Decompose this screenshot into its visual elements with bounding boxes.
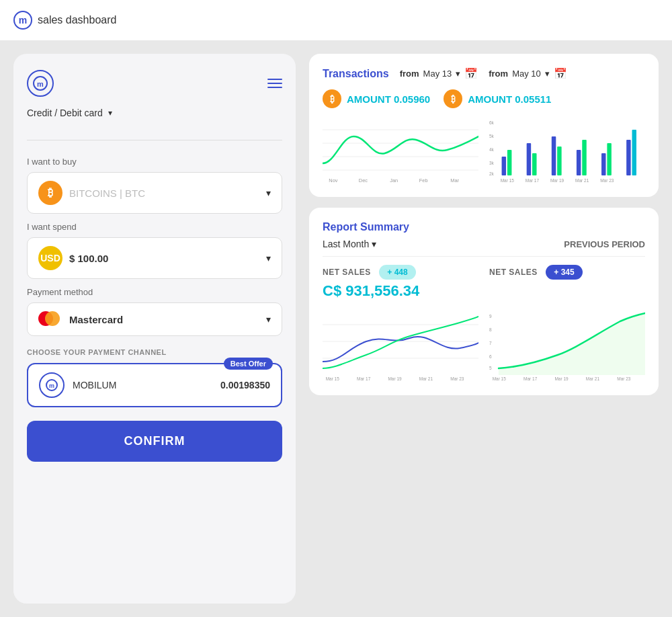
svg-rect-25	[557, 147, 561, 175]
svg-text:Mar 17: Mar 17	[526, 178, 539, 183]
main-content: m Credit / Debit card ▾ I want to buy ₿	[0, 40, 672, 617]
svg-rect-26	[577, 150, 581, 175]
svg-text:Mar 15: Mar 15	[493, 376, 506, 381]
svg-text:Mar 19: Mar 19	[388, 376, 401, 381]
net-sales-header-left: NET SALES + 448	[323, 265, 478, 280]
net-sales-label-left: NET SALES	[323, 268, 371, 277]
transaction-line-chart: Nov Dec Jan Feb Mar	[323, 116, 478, 183]
svg-text:2k: 2k	[489, 171, 494, 176]
report-filters: Last Month ▾ PREVIOUS PERIOD	[323, 239, 645, 257]
mastercard-icon	[38, 311, 62, 327]
payment-method-name: Mastercard	[69, 314, 123, 325]
widget-header: m	[27, 70, 282, 97]
buy-asset-label: BITCOINS | BTC	[69, 188, 259, 199]
sales-section-right: NET SALES + 345	[489, 265, 645, 282]
right-panel: Transactions from May 13 ▾ 📅 from May 10…	[309, 54, 659, 604]
report-chart-right: 9 8 7 6 5 Mar 15 Mar 17 Mar 19 Mar 21	[489, 308, 645, 382]
svg-text:Mar 23: Mar 23	[617, 376, 630, 381]
amount2-label: AMOUNT 0.05511	[468, 93, 551, 105]
spend-label: I want spend	[27, 222, 282, 232]
svg-text:9: 9	[489, 314, 492, 319]
widget-logo-icon: m	[33, 76, 48, 91]
date-filter-1[interactable]: from May 13 ▾ 📅	[400, 67, 478, 80]
payment-method-label: Payment method	[27, 287, 282, 297]
report-title: Report Summary	[323, 221, 645, 233]
buy-label: I want to buy	[27, 157, 282, 167]
payment-type-label: Credit / Debit card	[27, 108, 103, 118]
from-label-2: from	[489, 69, 508, 79]
confirm-button[interactable]: CONFIRM	[27, 421, 282, 462]
svg-text:Mar 21: Mar 21	[419, 376, 433, 381]
svg-text:6: 6	[489, 354, 492, 359]
report-header: Report Summary Last Month ▾ PREVIOUS PER…	[323, 221, 645, 257]
date-chevron-1: ▾	[456, 69, 460, 79]
svg-text:m: m	[49, 382, 54, 389]
svg-text:Feb: Feb	[419, 177, 428, 183]
top-bar: m sales dashboard	[0, 0, 672, 40]
svg-text:Mar 21: Mar 21	[575, 178, 589, 183]
svg-text:4k: 4k	[489, 147, 494, 152]
svg-rect-22	[527, 143, 531, 175]
payment-method-value: Mastercard	[69, 314, 259, 325]
svg-text:Nov: Nov	[329, 177, 337, 183]
spend-amount-label: $ 100.00	[69, 253, 259, 264]
channel-section-label: CHOOSE YOUR PAYMENT CHANNEL	[27, 348, 282, 356]
date-filter-2[interactable]: from May 10 ▾ 📅	[489, 67, 567, 80]
spend-chevron: ▾	[266, 253, 271, 263]
svg-text:7: 7	[489, 341, 492, 345]
date-chevron-2: ▾	[545, 69, 550, 79]
transactions-title: Transactions	[323, 68, 389, 80]
best-offer-badge: Best Offer	[224, 358, 273, 370]
svg-text:Dec: Dec	[359, 177, 368, 183]
transactions-card: Transactions from May 13 ▾ 📅 from May 10…	[309, 54, 659, 197]
svg-text:5k: 5k	[489, 134, 494, 138]
svg-text:Mar 23: Mar 23	[450, 376, 464, 381]
divider-1	[27, 140, 282, 140]
sales-section-left: NET SALES + 448 C$ 931,556.34	[323, 265, 478, 300]
date-val-1: May 13	[423, 69, 452, 79]
net-sales-value-left: C$ 931,556.34	[323, 282, 478, 300]
svg-rect-24	[552, 136, 556, 175]
btc-icon: ₿	[38, 181, 62, 205]
buy-selector[interactable]: ₿ BITCOINS | BTC ▾	[27, 172, 282, 214]
payment-method-selector[interactable]: Mastercard ▾	[27, 302, 282, 336]
svg-text:Mar 15: Mar 15	[501, 178, 514, 183]
svg-rect-31	[632, 130, 636, 175]
calendar-icon-2[interactable]: 📅	[554, 67, 567, 80]
svg-text:3k: 3k	[489, 161, 494, 165]
calendar-icon-1[interactable]: 📅	[464, 67, 478, 80]
svg-rect-28	[601, 153, 605, 175]
left-panel: m Credit / Debit card ▾ I want to buy ₿	[13, 54, 296, 604]
buy-asset-text: BITCOINS | BTC	[69, 188, 145, 199]
previous-period-label: PREVIOUS PERIOD	[564, 239, 645, 249]
net-sales-badge-right: + 345	[546, 265, 582, 280]
svg-text:Mar 17: Mar 17	[357, 376, 370, 381]
payment-method-chevron: ▾	[266, 314, 271, 325]
payment-type-selector[interactable]: Credit / Debit card ▾	[27, 108, 282, 118]
from-label-1: from	[400, 69, 419, 79]
period-selector[interactable]: Last Month ▾	[323, 239, 376, 249]
transaction-bar-chart: 6k 5k 4k 3k 2k	[489, 116, 645, 183]
period-label: Last Month	[323, 239, 369, 249]
svg-text:8: 8	[489, 327, 492, 332]
channel-rate: 0.00198350	[220, 380, 270, 390]
metric-1: ₿ AMOUNT 0.05960	[323, 89, 430, 108]
svg-text:Jan: Jan	[390, 177, 398, 183]
payment-channel-section: CHOOSE YOUR PAYMENT CHANNEL Best Offer m…	[27, 348, 282, 407]
svg-rect-27	[582, 140, 586, 175]
spend-selector[interactable]: USD $ 100.00 ▾	[27, 237, 282, 279]
metrics-row: ₿ AMOUNT 0.05960 ₿ AMOUNT 0.05511	[323, 89, 645, 108]
svg-rect-21	[507, 150, 511, 175]
logo-icon: m	[13, 11, 32, 30]
svg-text:Mar 15: Mar 15	[326, 376, 339, 381]
period-chevron: ▾	[372, 239, 376, 249]
buy-chevron: ▾	[266, 188, 271, 198]
hamburger-menu[interactable]	[267, 79, 282, 88]
transactions-header: Transactions from May 13 ▾ 📅 from May 10…	[323, 67, 645, 80]
date-val-2: May 10	[512, 69, 541, 79]
report-charts-row: Mar 15 Mar 17 Mar 19 Mar 21 Mar 23 9 8 7…	[323, 308, 645, 382]
amount1-label: AMOUNT 0.05960	[347, 93, 430, 105]
btc-icon-metric2: ₿	[444, 89, 462, 108]
channel-item-mobilum[interactable]: Best Offer m MOBILUM 0.00198350	[27, 363, 282, 407]
svg-text:Mar 19: Mar 19	[554, 376, 568, 381]
